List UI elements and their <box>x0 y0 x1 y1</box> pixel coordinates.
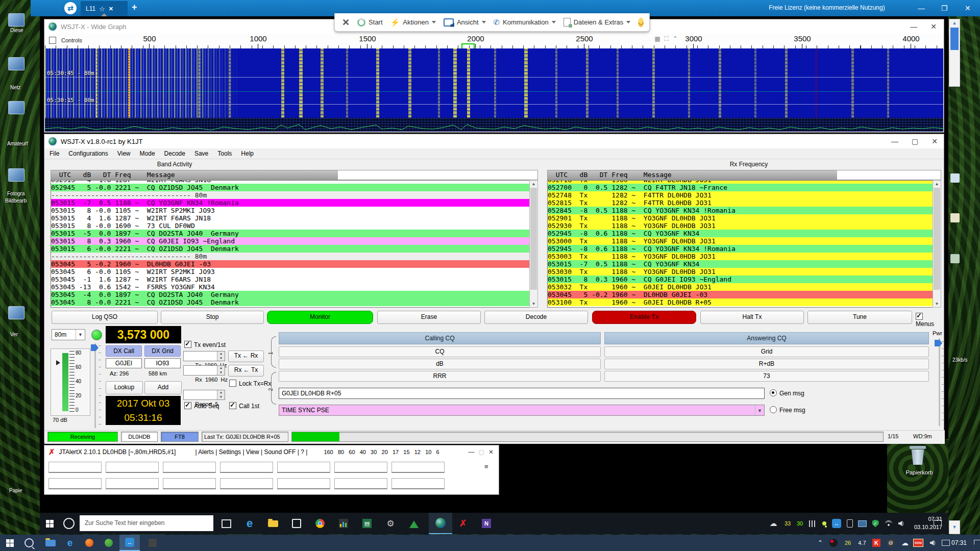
tab1-brace[interactable]: 1 <box>271 336 276 368</box>
pwr-slider-track[interactable] <box>939 338 940 426</box>
callsign-slot[interactable] <box>334 478 387 489</box>
explorer-icon[interactable] <box>42 535 59 551</box>
chrome-icon[interactable] <box>311 515 329 532</box>
gain-slider-handle[interactable] <box>91 344 99 351</box>
spinner-arrows-icon[interactable]: ▲▼ <box>217 352 225 361</box>
callsign-slot[interactable] <box>334 462 387 473</box>
maximize-button[interactable]: ❐ <box>941 3 948 13</box>
decode-row[interactable]: 053000 Tx 1188 ~ YO3GNF DL0HDB JO31 <box>548 237 941 245</box>
monitor-button[interactable]: Monitor <box>267 311 373 324</box>
minimize-icon[interactable]: — <box>469 448 475 456</box>
msg-db-button[interactable]: dB <box>279 359 601 369</box>
gen-msg-radio[interactable]: Gen msg <box>770 389 804 397</box>
settings-gear-icon[interactable]: ⚙ <box>382 515 399 532</box>
msg-grid-button[interactable]: Grid <box>604 346 929 357</box>
desktop-icon-label[interactable]: Amateurf <box>7 141 28 146</box>
dx-grid-header[interactable]: DX Grid <box>144 345 181 357</box>
close-button[interactable]: ✕ <box>965 3 971 13</box>
desktop-icon[interactable] <box>950 173 960 183</box>
decode-row[interactable]: 053045 -1 1.6 1287 ~ W2IRT F6ARS JN18 <box>51 276 537 283</box>
favorite-star-icon[interactable]: ☆ <box>99 5 105 13</box>
decode-row[interactable]: 053045 -13 0.6 1542 ~ F5RRS YO3GNF KN34 <box>51 283 537 291</box>
decode-row[interactable]: 053015 8 -0.0 1690 ~ 73 CUL DF0WD <box>51 222 537 230</box>
decode-button[interactable]: Decode <box>484 311 588 324</box>
desktop-icon[interactable] <box>8 101 24 114</box>
callsign-slot[interactable] <box>220 478 273 489</box>
log-qso-button[interactable]: Log QSO <box>52 311 158 324</box>
decode-row[interactable]: 052945 5 -0.0 2221 ~ CQ OZ1DSD JO45 Denm… <box>51 184 537 191</box>
toolbar-close-icon[interactable]: ✕ <box>342 17 350 28</box>
erase-button[interactable]: Erase <box>377 311 481 324</box>
desktop-icon[interactable] <box>8 57 24 70</box>
decode-row[interactable]: 053015 8 -0.0 1105 ~ W2IRT SP2MKI JO93 <box>51 207 537 214</box>
close-icon[interactable]: ✕ <box>932 137 938 145</box>
start-button[interactable] <box>1 535 18 551</box>
rx-from-tx-button[interactable]: Rx ← Tx <box>228 365 264 377</box>
desktop-icon-label[interactable]: Papie <box>9 488 22 493</box>
free-msg-radio[interactable]: Free msg <box>770 406 805 414</box>
recycle-bin-label[interactable]: Papierkorb <box>901 469 937 475</box>
media-app-icon[interactable] <box>335 515 352 532</box>
menu-save[interactable]: Save <box>194 150 208 157</box>
decode-row[interactable]: 052845 -8 0.5 1188 ~ CQ YO3GNF KN34 !Rom… <box>548 207 941 214</box>
decode-row[interactable]: 053100 Tx 1960 ~ G0JEI DL0HDB R+05 <box>548 298 941 306</box>
add-button[interactable]: Add <box>144 381 182 394</box>
toolbar-aktionen[interactable]: ⚡Aktionen <box>390 18 436 27</box>
menu-grip-icon[interactable]: ≡ <box>484 463 488 470</box>
dx-call-field[interactable]: G0JEI <box>106 358 142 368</box>
decode-row[interactable]: 053015 8 0.3 1960 ~ CQ G0JEI IO93 ~Engla… <box>548 276 941 283</box>
browser-icon[interactable] <box>81 535 98 551</box>
callsign-slot[interactable] <box>391 478 445 489</box>
msg-73-button[interactable]: 73 <box>604 371 929 382</box>
new-tab-button[interactable]: + <box>132 2 137 13</box>
grid-icon[interactable]: ▦ <box>654 35 660 42</box>
decode-row[interactable]: 053030 Tx 1188 ~ YO3GNF DL0HDB JO31 <box>548 268 941 276</box>
teamviewer-taskbar-icon-active[interactable]: ↔ <box>119 535 140 551</box>
menu-help[interactable]: Help <box>241 150 254 157</box>
action-center-icon[interactable] <box>929 515 946 532</box>
rx-frequency-scrollbar[interactable]: ▲▼ <box>933 180 941 308</box>
toolbar-ansicht[interactable]: Ansicht <box>444 18 486 27</box>
close-icon[interactable]: ✕ <box>930 22 937 31</box>
msg-rrr-button[interactable]: RRR <box>279 371 601 382</box>
main-titlebar[interactable]: WSJT-X v1.8.0-rc1 by K1JT —▢✕ <box>44 134 944 148</box>
explorer-icon[interactable] <box>264 515 282 532</box>
rx-freq-spinner[interactable]: Rx 1960 Hz▲▼ <box>183 365 225 375</box>
minimize-icon[interactable]: — <box>910 22 917 31</box>
callsign-slot[interactable] <box>48 462 102 473</box>
decode-row[interactable]: 052930 Tx 1188 ~ YO3GNF DL0HDB JO31 <box>548 222 941 230</box>
decode-row[interactable]: 053045 5 -0.2 1960 ~ DL0HDB G0JEI -03 <box>51 260 537 268</box>
callsign-slot[interactable] <box>220 462 273 473</box>
decode-row[interactable]: 052815 Tx 1282 ~ F4TTR DL0HDB JO31 <box>548 199 941 207</box>
app-icon[interactable] <box>144 535 161 551</box>
dx-call-header[interactable]: DX Call <box>106 345 142 357</box>
action-center-icon[interactable] <box>969 535 980 551</box>
callsign-slot[interactable] <box>277 478 330 489</box>
tx-freq-spinner[interactable]: Tx 1960 Hz▲▼ <box>183 351 225 361</box>
toolbar-dateien[interactable]: Dateien & Extras <box>564 18 631 27</box>
menu-configurations[interactable]: Configurations <box>68 150 108 157</box>
decode-row[interactable]: 052718 Tx 1960 ~ W2IRT DL0HDB JO31 <box>548 180 941 184</box>
pwr-slider-handle[interactable] <box>935 340 942 346</box>
spinner-arrows-icon[interactable]: ▲▼ <box>217 366 225 375</box>
tune-button[interactable]: Tune <box>807 311 912 324</box>
close-icon[interactable]: ✕ <box>488 448 494 456</box>
expand-icon[interactable]: ⛶ <box>665 35 669 42</box>
callsign-slot[interactable] <box>106 462 159 473</box>
desktop-icon[interactable] <box>8 13 24 27</box>
decode-row[interactable]: 053045 5 -0.2 1960 ~ DL0HDB G0JEI -03 <box>548 291 941 298</box>
cortana-button[interactable] <box>60 515 78 532</box>
recycle-bin-icon[interactable] <box>909 446 927 466</box>
call-first-checkbox[interactable]: Call 1st <box>229 402 259 410</box>
task-view-icon[interactable] <box>217 515 235 532</box>
start-button[interactable] <box>41 515 58 532</box>
jtalert-taskbar-icon[interactable]: ✗ <box>454 515 472 532</box>
desktop-icon-label[interactable]: Diese <box>10 28 23 33</box>
decode-row[interactable]: 052915 4 1.6 1287 ~ W2IRT F6ARS JN18 <box>51 180 537 184</box>
tab-close-icon[interactable]: ✕ <box>109 6 113 12</box>
session-scrollbar-down[interactable]: ▼ <box>949 520 960 534</box>
decode-row[interactable]: 053015 8 0.3 1960 ~ CQ G0JEI IO93 ~Engla… <box>51 237 537 245</box>
scale-toolbar[interactable]: ▦ ⛶ ⌃ <box>654 35 678 42</box>
callsign-slot[interactable] <box>391 462 445 473</box>
report-spinner[interactable]: Report 5▲▼ <box>183 390 225 400</box>
